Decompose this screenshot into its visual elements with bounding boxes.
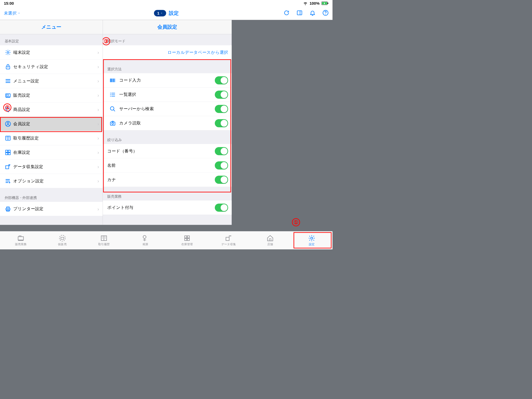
menu-item-member[interactable]: 会員設定›	[0, 117, 103, 131]
menu-item-product[interactable]: 商品設定›	[0, 102, 103, 117]
tab-sales[interactable]: 販売業務	[0, 231, 42, 249]
camera-icon	[108, 120, 118, 126]
tab-bar: 販売業務 仮販売 取引履歴 精算 在庫管理 データ収集 店舗 設定	[0, 231, 332, 249]
svg-rect-17	[6, 150, 8, 152]
method-list[interactable]: 一覧選択	[103, 88, 232, 102]
method-server[interactable]: サーバーから検索	[103, 102, 232, 116]
page-title: 設定	[169, 10, 179, 17]
svg-point-6	[325, 14, 326, 14]
battery-percent: 100%	[310, 1, 320, 6]
help-icon[interactable]	[322, 10, 329, 17]
list-icon	[108, 91, 118, 98]
left-column-header: メニュー	[0, 20, 103, 34]
menu-list: 基本設定 端末設定› セキュリティ設定› メニュー設定› 販売設定› 商品設定›	[0, 34, 103, 225]
menu-item-sales[interactable]: 販売設定›	[0, 88, 103, 102]
annotation-2: ②	[3, 103, 11, 111]
svg-rect-40	[187, 236, 189, 238]
battery-icon	[322, 2, 329, 5]
svg-rect-2	[328, 3, 328, 4]
search-icon	[108, 106, 118, 112]
tab-temp-sales[interactable]: 仮販売	[42, 231, 83, 249]
svg-rect-11	[6, 95, 9, 96]
method-camera[interactable]: カメラ読取	[103, 116, 232, 130]
annotation-1: ①	[292, 218, 300, 226]
section-header-method: 選択方法	[103, 59, 232, 73]
svg-point-22	[9, 164, 10, 165]
method-code[interactable]: コード入力	[103, 73, 232, 88]
section-header-sales: 販売業務	[103, 187, 232, 201]
menu-item-menu[interactable]: メニュー設定›	[0, 74, 103, 88]
toggle-filter-code[interactable]	[215, 147, 228, 155]
svg-rect-35	[61, 237, 64, 239]
svg-point-14	[7, 122, 9, 124]
person-icon	[4, 121, 12, 127]
list-plus-icon	[4, 178, 12, 184]
toggle-filter-name[interactable]	[215, 161, 228, 169]
toggle-camera[interactable]	[215, 119, 228, 127]
svg-point-46	[311, 237, 313, 239]
menu-item-printer[interactable]: プリンター設定›	[0, 202, 103, 216]
filter-name[interactable]: 名前	[103, 158, 232, 172]
svg-rect-39	[185, 236, 187, 238]
menu-item-option[interactable]: オプション設定›	[0, 174, 103, 188]
menu-item-terminal[interactable]: 端末設定›	[0, 45, 103, 59]
status-bar: 15:00 100%	[0, 0, 332, 6]
svg-rect-21	[6, 166, 9, 169]
bell-icon[interactable]	[309, 10, 316, 17]
nav-badge[interactable]: 1	[154, 10, 166, 16]
svg-rect-3	[297, 11, 302, 15]
segment-selector[interactable]: 未選択	[4, 10, 21, 16]
mode-select-link[interactable]: ローカルデータベースから選択	[168, 50, 228, 55]
svg-point-44	[230, 236, 231, 236]
section-header-filter: 絞り込み	[103, 130, 232, 144]
tab-store[interactable]: 店舗	[249, 231, 291, 249]
grid-icon	[4, 149, 12, 156]
sales-point[interactable]: ポイント付与	[103, 201, 232, 215]
svg-point-27	[110, 94, 111, 95]
svg-point-9	[8, 67, 8, 68]
menu-item-stock[interactable]: 在庫設定›	[0, 145, 103, 159]
filter-code[interactable]: コード（番号）	[103, 144, 232, 158]
section-header-external: 外部機器・外部連携	[0, 188, 103, 202]
menu-item-security[interactable]: セキュリティ設定›	[0, 59, 103, 74]
svg-point-34	[59, 235, 65, 241]
svg-point-26	[110, 93, 111, 94]
register-icon	[4, 92, 12, 98]
lock-icon	[4, 64, 12, 70]
section-header-basic: 基本設定	[0, 34, 103, 45]
tab-settlement[interactable]: 精算	[125, 231, 166, 249]
filter-kana[interactable]: カナ	[103, 172, 232, 187]
panel-icon[interactable]	[296, 10, 303, 17]
gear-icon	[4, 49, 12, 56]
toggle-list[interactable]	[215, 90, 228, 98]
toggle-point[interactable]	[215, 203, 228, 211]
svg-rect-18	[8, 150, 10, 152]
right-column-header: 会員設定	[103, 20, 232, 34]
scanner-icon	[4, 164, 12, 170]
svg-point-28	[110, 96, 111, 97]
svg-rect-33	[19, 236, 21, 236]
svg-rect-42	[187, 238, 189, 241]
mode-select-row[interactable]: ローカルデータベースから選択	[103, 45, 232, 59]
svg-rect-43	[226, 237, 229, 241]
svg-point-31	[112, 123, 114, 124]
wifi-icon	[303, 1, 308, 6]
tab-settings[interactable]: 設定	[291, 231, 332, 249]
menu-item-data-collect[interactable]: データ収集設定›	[0, 159, 103, 174]
detail-pane: 選択モード ローカルデータベースから選択 選択方法 コード入力 一覧選択 サーバ…	[103, 34, 232, 225]
toggle-code[interactable]	[215, 76, 228, 84]
tab-history[interactable]: 取引履歴	[83, 231, 125, 249]
toggle-filter-kana[interactable]	[215, 176, 228, 184]
svg-rect-45	[269, 239, 271, 241]
tab-data[interactable]: データ収集	[208, 231, 249, 249]
refresh-icon[interactable]	[283, 10, 290, 17]
barcode-icon	[108, 77, 118, 83]
section-header-mode: 選択モード	[103, 34, 232, 45]
printer-icon	[4, 206, 12, 212]
menu-item-history[interactable]: 取引履歴設定›	[0, 131, 103, 145]
book-icon	[4, 135, 12, 141]
toggle-server[interactable]	[215, 105, 228, 113]
status-time: 15:00	[4, 1, 14, 6]
svg-rect-32	[18, 237, 24, 240]
tab-stock[interactable]: 在庫管理	[166, 231, 208, 249]
